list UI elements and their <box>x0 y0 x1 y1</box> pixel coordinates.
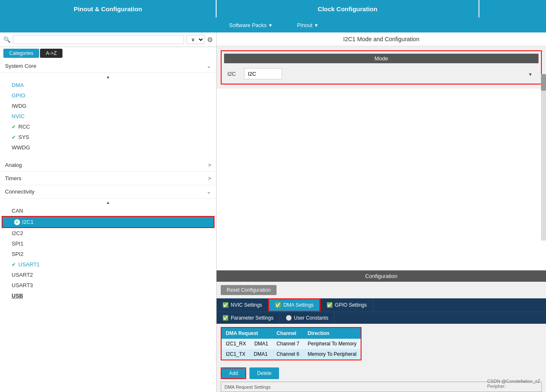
mode-header: Mode <box>224 54 539 63</box>
sidebar-item-nvic[interactable]: NVIC <box>0 111 216 122</box>
sidebar-item-spi1[interactable]: SPI1 <box>0 238 216 249</box>
pinout-menu[interactable]: Pinout ▾ <box>284 17 330 32</box>
tab-user-constants[interactable]: ⚪ User Constants <box>280 312 335 324</box>
dma-tx-channel: Channel 6 <box>272 349 304 360</box>
timers-section[interactable]: Timers > <box>0 172 216 185</box>
config-section: Configuration Reset Configuration ✅ NVIC… <box>217 270 546 392</box>
search-icon: 🔍 <box>3 36 10 43</box>
param-check-icon: ✅ <box>222 315 229 321</box>
add-button[interactable]: Add <box>222 368 245 378</box>
clock-config-title: Clock Configuration <box>217 0 479 17</box>
pinout-chevron: ▾ <box>315 22 318 28</box>
reset-config-button[interactable]: Reset Configuration <box>221 285 277 295</box>
system-core-chevron: ⌄ <box>207 63 211 69</box>
dma-rx-channel: Channel 7 <box>272 339 304 349</box>
dma-row-tx[interactable]: I2C1_TX DMA1 Channel 6 Memory To Periphe… <box>222 349 361 360</box>
add-button-box: Add <box>221 367 246 379</box>
sidebar-item-wwdg[interactable]: WWDG <box>0 142 216 153</box>
panel-title: I2C1 Mode and Configuration <box>217 32 546 46</box>
pinout-config-title: Pinout & Configuration <box>0 0 217 17</box>
mode-label: I2C <box>227 71 240 77</box>
gpio-check-icon: ✅ <box>327 302 333 308</box>
sidebar-item-dma[interactable]: DMA <box>0 80 216 90</box>
col-dma-request: DMA Request <box>222 328 272 339</box>
dma-tx-request: I2C1_TX DMA1 <box>222 349 272 360</box>
system-core-items: ▲ DMA GPIO IWDG NVIC ✔ RCC <box>0 73 216 154</box>
dma-check-icon: ✅ <box>275 302 281 308</box>
dma-rx-direction: Peripheral To Memory <box>304 339 361 349</box>
i2c1-check-icon: ✔ <box>14 219 20 225</box>
config-tabs-row1: ✅ NVIC Settings ✅ DMA Settings ✅ GPIO Se… <box>217 298 546 312</box>
sidebar-item-usart1[interactable]: ✔ USART1 <box>0 259 216 270</box>
tab-gpio-settings[interactable]: ✅ GPIO Settings <box>321 298 373 312</box>
mode-select-wrap: I2C SMBus-Alert Disabled <box>244 68 535 79</box>
delete-button[interactable]: Delete <box>249 367 279 379</box>
nvic-check-icon: ✅ <box>222 302 229 308</box>
config-tabs-row2: ✅ Parameter Settings ⚪ User Constants <box>217 312 546 324</box>
sidebar-tabs: Categories A->Z <box>0 47 216 60</box>
usart1-check-icon: ✔ <box>12 262 16 268</box>
connectivity-items: ▲ CAN ✔ I2C1 I2C2 SPI1 <box>0 198 216 302</box>
connectivity-chevron: ⌄ <box>207 189 211 195</box>
system-core-section[interactable]: System Core ⌄ <box>0 60 216 73</box>
dma-table-area: DMA Request Channel Direction I2C1_RX DM… <box>221 327 542 362</box>
dma-request-settings-label: DMA Request Settings <box>224 385 271 390</box>
sidebar-item-can[interactable]: CAN <box>0 206 216 216</box>
search-toolbar: 🔍 ∨ ⚙ <box>0 32 216 47</box>
col-direction: Direction <box>304 328 361 339</box>
sort-arrow-up: ▲ <box>0 74 216 80</box>
tab-az[interactable]: A->Z <box>40 49 62 58</box>
tab-parameter-settings[interactable]: ✅ Parameter Settings <box>217 312 280 324</box>
analog-label: Analog <box>5 162 22 168</box>
right-panel: I2C1 Mode and Configuration Mode I2C I2C… <box>217 32 546 392</box>
sidebar-item-usb[interactable]: USB <box>0 290 216 301</box>
analog-chevron: > <box>208 162 211 168</box>
header-right <box>479 0 546 17</box>
software-packs-menu[interactable]: Software Packs ▾ <box>217 17 284 32</box>
system-core-label: System Core <box>5 63 36 69</box>
user-constants-check-icon: ⚪ <box>286 315 292 321</box>
timers-label: Timers <box>5 175 21 181</box>
dma-table: DMA Request Channel Direction I2C1_RX DM… <box>222 328 361 360</box>
col-channel: Channel <box>272 328 304 339</box>
sort-arrow-connectivity: ▲ <box>0 199 216 206</box>
config-header: Configuration <box>217 270 546 282</box>
search-input[interactable] <box>13 35 184 44</box>
rcc-check-icon: ✔ <box>12 124 16 130</box>
sidebar-content: System Core ⌄ ▲ DMA GPIO IWDG NVIC <box>0 60 216 392</box>
dma-row-rx[interactable]: I2C1_RX DMA1 Channel 7 Peripheral To Mem… <box>222 339 361 349</box>
i2c1-box: ✔ I2C1 <box>2 216 214 228</box>
sidebar-item-iwdg[interactable]: IWDG <box>0 101 216 111</box>
analog-section[interactable]: Analog > <box>0 159 216 172</box>
sidebar-item-gpio[interactable]: GPIO <box>0 90 216 101</box>
tab-dma-settings[interactable]: ✅ DMA Settings <box>269 299 320 311</box>
sidebar-item-usart2[interactable]: USART2 <box>0 270 216 280</box>
sidebar: 🔍 ∨ ⚙ Categories A->Z System Core ⌄ <box>0 32 217 392</box>
sidebar-item-rcc[interactable]: ✔ RCC <box>0 122 216 132</box>
gear-button[interactable]: ⚙ <box>207 36 213 44</box>
spacer <box>217 89 546 270</box>
mode-section: Mode I2C I2C SMBus-Alert Disabled <box>221 50 542 84</box>
sidebar-item-i2c1[interactable]: ✔ I2C1 <box>2 217 214 227</box>
connectivity-label: Connectivity <box>5 189 35 195</box>
software-packs-chevron: ▾ <box>269 22 272 28</box>
sidebar-item-spi2[interactable]: SPI2 <box>0 249 216 259</box>
watermark: CSDN @Constellation_zZ Peripher: <box>487 379 540 389</box>
config-toolbar: Reset Configuration <box>217 282 546 298</box>
sidebar-item-i2c2[interactable]: I2C2 <box>0 228 216 238</box>
mode-select[interactable]: I2C SMBus-Alert Disabled <box>244 68 282 79</box>
sidebar-item-usart3[interactable]: USART3 <box>0 280 216 290</box>
tab-categories[interactable]: Categories <box>3 49 39 58</box>
connectivity-section[interactable]: Connectivity ⌄ <box>0 185 216 198</box>
dma-rx-request: I2C1_RX DMA1 <box>222 339 272 349</box>
dma-table-box: DMA Request Channel Direction I2C1_RX DM… <box>221 327 362 360</box>
sidebar-item-sys[interactable]: ✔ SYS <box>0 132 216 142</box>
scroll-thumb[interactable] <box>541 74 546 91</box>
scrollbar[interactable] <box>541 74 546 241</box>
dma-tx-direction: Memory To Peripheral <box>304 349 361 360</box>
search-dropdown[interactable]: ∨ <box>187 35 204 44</box>
tab-dma-settings-box: ✅ DMA Settings <box>268 298 321 312</box>
tab-nvic-settings[interactable]: ✅ NVIC Settings <box>217 298 268 312</box>
sys-check-icon: ✔ <box>12 134 16 140</box>
timers-chevron: > <box>208 175 211 181</box>
